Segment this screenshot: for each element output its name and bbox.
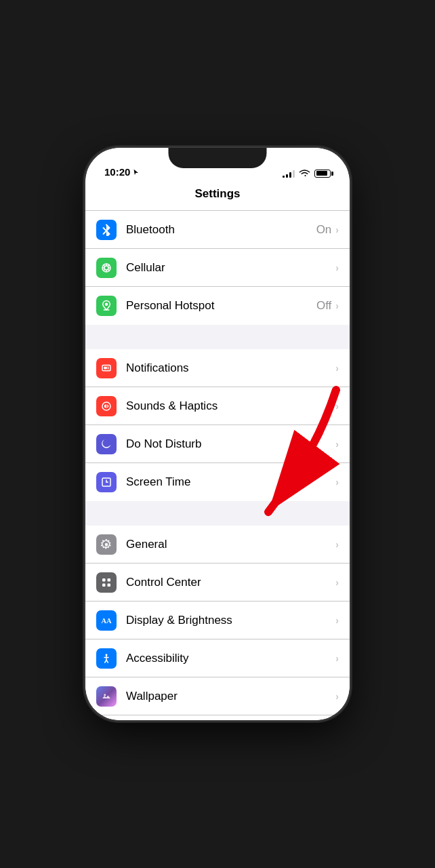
cellular-icon (100, 262, 112, 274)
screentime-chevron: › (335, 477, 339, 488)
bluetooth-value: On (316, 223, 332, 237)
hotspot-chevron: › (335, 300, 339, 311)
row-general[interactable]: General › (85, 526, 350, 564)
controlcenter-icon (100, 576, 112, 589)
status-icons (283, 169, 331, 178)
cellular-label: Cellular (126, 261, 335, 275)
accessibility-chevron: › (335, 653, 339, 664)
svg-text:AA: AA (101, 616, 112, 624)
settings-content[interactable]: Bluetooth On › (85, 211, 350, 720)
row-bluetooth[interactable]: Bluetooth On › (85, 211, 350, 249)
svg-point-1 (104, 266, 108, 270)
row-siri[interactable]: Siri & Search › (85, 715, 350, 720)
sounds-label: Sounds & Haptics (126, 399, 335, 413)
sounds-chevron: › (335, 401, 339, 412)
accessibility-icon-container (96, 648, 117, 669)
general-icon-container (96, 534, 117, 555)
page-title: Settings (194, 187, 240, 200)
status-time: 10:20 (104, 166, 139, 178)
cellular-icon-container (96, 258, 117, 278)
row-display[interactable]: AA Display & Brightness › (85, 601, 350, 639)
hotspot-icon-container (96, 296, 117, 316)
row-controlcenter[interactable]: Control Center › (85, 564, 350, 601)
svg-point-19 (105, 542, 108, 546)
general-chevron: › (335, 539, 339, 550)
display-chevron: › (335, 615, 339, 626)
status-bar: 10:20 (85, 148, 350, 182)
screentime-label: Screen Time (126, 475, 335, 489)
svg-point-31 (104, 694, 106, 696)
location-icon (132, 169, 139, 176)
section-connectivity: Bluetooth On › (85, 211, 350, 325)
hotspot-icon (100, 300, 112, 312)
moon-icon (100, 438, 112, 450)
section-notifications: Notifications › Sounds & Haptics › (85, 349, 350, 501)
row-notifications[interactable]: Notifications › (85, 349, 350, 387)
divider-1 (85, 325, 350, 349)
dnd-label: Do Not Disturb (126, 437, 335, 451)
controlcenter-chevron: › (335, 577, 339, 588)
wallpaper-label: Wallpaper (126, 690, 335, 703)
row-screentime[interactable]: Screen Time › (85, 463, 350, 501)
notifications-label: Notifications (126, 361, 335, 375)
divider-2 (85, 501, 350, 526)
controlcenter-icon-container (96, 572, 117, 593)
row-cellular[interactable]: Cellular › (85, 249, 350, 287)
display-label: Display & Brightness (126, 614, 335, 627)
dnd-icon-container (96, 434, 117, 454)
accessibility-icon (100, 652, 112, 665)
screentime-icon-container (96, 472, 117, 492)
signal-bars (283, 170, 295, 178)
bluetooth-chevron: › (335, 224, 339, 235)
section-display: General › Control Center › (85, 526, 350, 720)
wallpaper-icon-container (96, 686, 117, 707)
controlcenter-label: Control Center (126, 576, 335, 589)
svg-rect-21 (108, 578, 111, 582)
svg-point-10 (105, 303, 108, 307)
notifications-icon-container (96, 358, 117, 378)
screen: 10:20 (85, 148, 350, 720)
notifications-chevron: › (335, 363, 339, 374)
general-icon (100, 538, 112, 551)
row-sounds[interactable]: Sounds & Haptics › (85, 387, 350, 425)
bluetooth-icon-container (96, 220, 117, 240)
sounds-icon (100, 400, 112, 412)
notifications-icon (100, 362, 112, 374)
svg-rect-14 (108, 368, 109, 370)
wallpaper-chevron: › (335, 691, 339, 702)
cellular-chevron: › (335, 262, 339, 273)
svg-rect-12 (104, 366, 107, 369)
phone-frame: 10:20 (85, 148, 350, 720)
hotspot-value: Off (316, 299, 331, 313)
display-icon-container: AA (96, 610, 117, 631)
dnd-chevron: › (335, 439, 339, 450)
svg-rect-20 (102, 578, 106, 582)
svg-rect-23 (108, 583, 111, 587)
row-accessibility[interactable]: Accessibility › (85, 639, 350, 677)
row-wallpaper[interactable]: Wallpaper › (85, 677, 350, 715)
general-label: General (126, 538, 335, 551)
svg-rect-22 (102, 583, 106, 587)
display-icon: AA (100, 614, 112, 627)
hotspot-label: Personal Hotspot (126, 299, 316, 313)
bluetooth-icon (100, 224, 112, 236)
notch (169, 148, 267, 168)
svg-rect-13 (108, 366, 109, 368)
bluetooth-label: Bluetooth (126, 223, 316, 237)
svg-line-29 (106, 660, 108, 663)
wifi-icon (299, 169, 310, 178)
screentime-icon (100, 476, 112, 488)
accessibility-label: Accessibility (126, 652, 335, 665)
row-donotdisturb[interactable]: Do Not Disturb › (85, 425, 350, 463)
sounds-icon-container (96, 396, 117, 416)
battery-icon (314, 170, 331, 178)
wallpaper-icon (100, 690, 112, 703)
nav-header: Settings (85, 182, 350, 211)
row-hotspot[interactable]: Personal Hotspot Off › (85, 287, 350, 325)
